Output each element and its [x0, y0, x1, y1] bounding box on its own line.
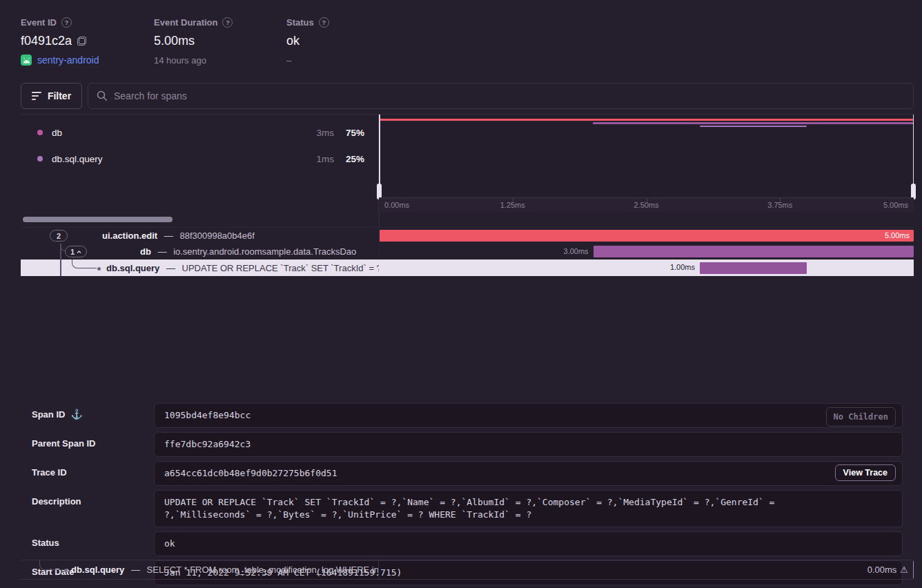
- legend-duration: 3ms: [304, 128, 334, 138]
- detail-row-trace-id: Trace ID a654cc61dc0b48ef9d0b27275b6f0d5…: [32, 461, 903, 486]
- tree-node-dot: [64, 569, 68, 572]
- search-icon: [97, 90, 108, 101]
- help-icon[interactable]: ?: [61, 17, 72, 28]
- span-details: Span ID ⚓ 1095bd4ef8e94bcc No Children P…: [21, 390, 914, 588]
- legend-op: db: [52, 128, 304, 138]
- span-bar-duration: 0.00ms: [867, 565, 897, 575]
- span-bar[interactable]: [700, 262, 807, 274]
- legend-op: db.sql.query: [52, 154, 304, 164]
- view-trace-button[interactable]: View Trace: [835, 464, 896, 481]
- description-value: UPDATE OR REPLACE `Track` SET `TrackId` …: [164, 496, 861, 521]
- legend-item[interactable]: db.sql.query 1ms 25%: [21, 149, 378, 168]
- help-icon[interactable]: ?: [222, 17, 233, 28]
- span-op: ui.action.edit: [102, 231, 157, 241]
- status-value: ok: [286, 34, 300, 48]
- tree-scroll-row: [21, 212, 914, 228]
- event-id-value: f0491c2a: [21, 34, 72, 48]
- tree-connector: [72, 259, 97, 268]
- event-id-column: Event ID ? f0491c2a sentry-android: [21, 0, 99, 66]
- axis-tick: 0.00ms: [384, 201, 409, 209]
- legend-dot: [37, 156, 43, 161]
- tree-connector: [39, 560, 63, 570]
- trace-id-value: a654cc61dc0b48ef9d0b27275b6f0d51: [164, 467, 892, 480]
- span-op: db.sql.query: [106, 263, 159, 273]
- detail-row-span-id: Span ID ⚓ 1095bd4ef8e94bcc No Children: [32, 403, 903, 428]
- minimap-span-line: [379, 119, 914, 121]
- span-row-db[interactable]: 1 db — io.sentry.android.roomsample.data…: [21, 244, 914, 259]
- anchor-icon[interactable]: ⚓: [70, 409, 82, 420]
- span-row-ui-action-edit[interactable]: 2 ui.action.edit — 88f300998a0b4e6f 5.00…: [21, 228, 914, 244]
- timeline-minimap[interactable]: 0.00ms 1.25ms 2.50ms 3.75ms 5.00ms: [379, 115, 914, 213]
- span-bar-duration: 1.00ms: [670, 263, 695, 271]
- event-age: 14 hours ago: [154, 55, 233, 66]
- chevron-up-icon: [77, 250, 81, 255]
- android-icon: [21, 55, 32, 66]
- toolbar: Filter: [21, 83, 914, 109]
- detail-row-description: Description UPDATE OR REPLACE `Track` SE…: [32, 490, 903, 527]
- search-box[interactable]: [88, 83, 914, 109]
- filter-button[interactable]: Filter: [21, 83, 82, 109]
- span-bar[interactable]: [594, 246, 914, 257]
- axis-tick: 5.00ms: [883, 201, 908, 209]
- minimap-chart[interactable]: [379, 115, 914, 197]
- span-toggle-badge[interactable]: 1: [65, 246, 87, 257]
- status-label: Status: [286, 17, 314, 28]
- span-status-value: ok: [164, 538, 892, 550]
- timeline-cursor: [913, 561, 914, 578]
- span-op: db.sql.query: [71, 565, 124, 575]
- warning-icon: ⚠: [900, 565, 908, 575]
- legend-percent: 75%: [334, 128, 364, 138]
- minimap-span-line: [700, 126, 807, 127]
- horizontal-scrollbar[interactable]: [23, 217, 173, 222]
- project-link[interactable]: sentry-android: [37, 55, 99, 66]
- filter-icon: [32, 92, 41, 100]
- span-op: db: [140, 246, 151, 257]
- axis-tick: 1.25ms: [500, 201, 525, 209]
- tree-connector: [60, 259, 61, 276]
- axis-tick: 2.50ms: [634, 201, 658, 209]
- span-row-db-sql-query-selected[interactable]: db.sql.query — UPDATE OR REPLACE `Track`…: [21, 259, 914, 276]
- minimap-span-line: [593, 122, 914, 124]
- event-id-label: Event ID: [21, 17, 57, 28]
- event-duration-label: Event Duration: [154, 17, 217, 28]
- parent-span-id-value: ffe7dbc92a6942c3: [164, 438, 892, 451]
- event-duration-column: Event Duration ? 5.00ms 14 hours ago: [154, 0, 233, 66]
- filter-button-label: Filter: [48, 90, 71, 101]
- legend-percent: 25%: [334, 154, 364, 164]
- span-desc: UPDATE OR REPLACE `Track` SET `TrackId` …: [182, 263, 379, 273]
- axis-tick: 3.75ms: [767, 201, 792, 209]
- detail-row-status: Status ok: [32, 531, 903, 556]
- status-sub: –: [286, 55, 329, 66]
- span-bar[interactable]: 5.00ms: [380, 230, 914, 242]
- span-desc: SELECT * FROM room_table_modification_lo…: [147, 565, 379, 575]
- no-children-badge: No Children: [826, 407, 896, 427]
- copy-icon[interactable]: [77, 37, 86, 46]
- span-bar-duration: 5.00ms: [885, 231, 910, 239]
- span-bar-duration: 3.00ms: [564, 247, 589, 255]
- span-row-db-sql-query-select[interactable]: db.sql.query — SELECT * FROM room_table_…: [21, 560, 914, 580]
- legend-dot: [37, 130, 43, 135]
- search-input[interactable]: [114, 90, 905, 101]
- legend-duration: 1ms: [304, 154, 334, 164]
- detail-row-parent-span-id: Parent Span ID ffe7dbc92a6942c3: [32, 432, 903, 457]
- span-desc: io.sentry.android.roomsample.data.Tracks…: [173, 246, 356, 257]
- span-count-badge[interactable]: 2: [50, 230, 68, 242]
- time-axis: 0.00ms 1.25ms 2.50ms 3.75ms 5.00ms: [379, 197, 914, 213]
- span-tree: 2 ui.action.edit — 88f300998a0b4e6f 5.00…: [21, 228, 914, 276]
- op-legend: db 3ms 75% db.sql.query 1ms 25%: [21, 115, 379, 213]
- help-icon[interactable]: ?: [319, 17, 329, 28]
- status-column: Status ? ok –: [286, 0, 329, 66]
- span-id-value: 1095bd4ef8e94bcc: [164, 409, 892, 422]
- span-desc: 88f300998a0b4e6f: [179, 231, 254, 241]
- spans-panel: db 3ms 75% db.sql.query 1ms 25%: [21, 114, 914, 580]
- timeline-overview: db 3ms 75% db.sql.query 1ms 25%: [21, 114, 914, 212]
- legend-item[interactable]: db 3ms 75%: [21, 123, 378, 142]
- event-header: Event ID ? f0491c2a sentry-android Event…: [0, 0, 922, 77]
- event-duration-value: 5.00ms: [154, 34, 195, 48]
- tree-node-dot: [97, 267, 101, 271]
